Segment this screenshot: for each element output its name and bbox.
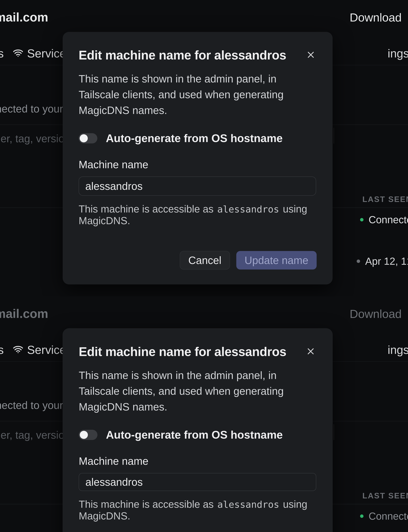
nav-fragment-s: s (0, 343, 4, 356)
svg-point-0 (17, 56, 19, 57)
autogenerate-toggle[interactable] (79, 133, 97, 143)
status-connected: Connecte (360, 214, 408, 226)
wifi-icon (13, 345, 23, 354)
machine-last-seen-text: Apr 12, 11 (365, 255, 408, 267)
bg-search-placeholder: ner, tag, version (0, 429, 70, 441)
modal-description: This name is shown in the admin panel, i… (79, 367, 316, 415)
header-email: gmail.com (0, 307, 48, 321)
machine-last-seen: Apr 12, 11 (357, 255, 408, 267)
table-header-last-seen: LAST SEEN (362, 491, 408, 500)
magicdns-hint: This machine is accessible as alessandro… (79, 498, 316, 522)
status-connected: Connecte (360, 510, 408, 522)
autogenerate-toggle-label: Auto-generate from OS hostname (106, 428, 283, 441)
machine-name-label: Machine name (79, 159, 317, 171)
magicdns-hint-hostname: alessandros (217, 499, 280, 510)
svg-point-1 (17, 352, 19, 353)
magicdns-hint-hostname: alessandros (216, 204, 280, 215)
status-dot-green (360, 218, 364, 222)
machine-name-input[interactable] (79, 177, 316, 196)
table-header-last-seen: LAST SEEN (362, 195, 408, 204)
machine-name-label: Machine name (79, 455, 316, 467)
status-dot-green (360, 514, 364, 518)
bg-panel-edge (334, 424, 334, 440)
toggle-knob (80, 431, 88, 439)
modal-description: This name is shown in the admin panel, i… (79, 71, 317, 118)
magicdns-hint-prefix: This machine is accessible as (79, 203, 216, 215)
download-link[interactable]: Download (350, 307, 402, 320)
nav-fragment-s: s (0, 47, 4, 60)
header-email: gmail.com (0, 10, 48, 24)
close-button[interactable] (305, 49, 317, 61)
status-connected-label: Connecte (369, 214, 408, 226)
modal-title: Edit machine name for alessandros (79, 345, 286, 359)
bg-panel-edge (334, 128, 334, 144)
status-dot-grey (357, 259, 360, 263)
nav-fragment-ings: ings (388, 343, 408, 356)
nav-fragment-ings: ings (388, 47, 408, 60)
modal-title: Edit machine name for alessandros (79, 48, 286, 62)
toggle-knob (80, 134, 88, 142)
cancel-button[interactable]: Cancel (180, 251, 230, 269)
status-connected-label: Connecte (369, 510, 408, 522)
autogenerate-toggle[interactable] (79, 430, 97, 440)
magicdns-hint: This machine is accessible as alessandro… (79, 203, 317, 227)
edit-machine-name-modal: Edit machine name for alessandros This n… (63, 328, 332, 532)
download-link[interactable]: Download (350, 11, 402, 24)
edit-machine-name-modal: Edit machine name for alessandros This n… (63, 32, 332, 284)
bg-search-placeholder: ner, tag, version (0, 133, 70, 145)
update-name-button[interactable]: Update name (236, 251, 317, 269)
autogenerate-toggle-label: Auto-generate from OS hostname (106, 132, 283, 145)
magicdns-hint-prefix: This machine is accessible as (79, 498, 217, 510)
machine-name-input[interactable] (79, 473, 316, 491)
close-button[interactable] (305, 346, 316, 357)
wifi-icon (13, 49, 23, 58)
